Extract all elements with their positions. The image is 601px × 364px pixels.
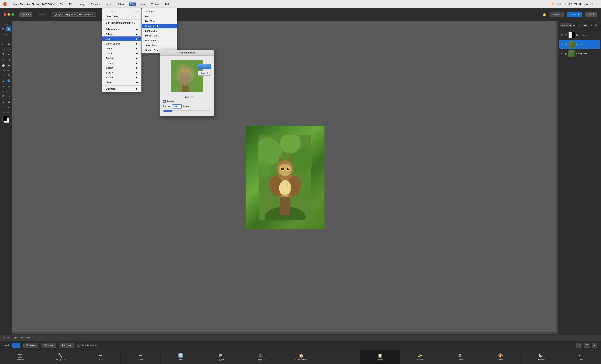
- menu-blur[interactable]: Blur ▶: [102, 37, 141, 41]
- menu-render[interactable]: Render ▶: [102, 61, 141, 65]
- print-size-button[interactable]: Print Size: [60, 343, 74, 348]
- document-tab[interactable]: _MG_4933.jpg @ 33.3% (Layer 1, RGB/8*): [52, 12, 96, 17]
- blur-gaussian[interactable]: Gaussian Blur...: [142, 24, 177, 29]
- zoom-tool[interactable]: 🔍: [1, 27, 6, 31]
- minimize-button[interactable]: [8, 13, 10, 16]
- apple-icon[interactable]: 🍎: [3, 2, 7, 6]
- brush-tool[interactable]: 🖌: [6, 51, 11, 57]
- layer-visibility-bg[interactable]: 👁: [561, 52, 563, 55]
- eye-tool[interactable]: 👁: [1, 51, 6, 57]
- panel-item-home-screen[interactable]: 🏠 Home Screen: [281, 350, 321, 364]
- expert-button[interactable]: Expert: [550, 12, 564, 17]
- menu-pixelate[interactable]: Pixelate ▶: [102, 56, 141, 61]
- panel-settings-button[interactable]: ☰: [584, 343, 590, 348]
- blur-effect-tool[interactable]: ⬤: [1, 63, 6, 68]
- open-button[interactable]: Open ▾: [19, 12, 32, 17]
- close-button[interactable]: [4, 13, 6, 16]
- menu-distort[interactable]: Distort ▶: [102, 46, 141, 51]
- help-button[interactable]: ?: [576, 343, 582, 348]
- canvas-area[interactable]: [12, 21, 558, 334]
- vertical-scrollbar[interactable]: [556, 21, 558, 332]
- menu-window[interactable]: Window: [150, 2, 161, 6]
- blur-radial[interactable]: Radial Blur...: [142, 38, 177, 43]
- panel-item-layout[interactable]: ⊞ Layout: [201, 350, 241, 364]
- panel-item-organizer[interactable]: 🗂 Organizer: [241, 350, 281, 364]
- panel-item-photo-bin[interactable]: 📷 Photo Bin: [0, 350, 40, 364]
- panel-item-redo[interactable]: ↪ Redo: [120, 350, 161, 364]
- layer-item-1[interactable]: 👁 🔗 Layer 1: [559, 40, 600, 49]
- paint-bucket-tool[interactable]: 🪣: [6, 78, 11, 83]
- scroll-all-checkbox[interactable]: [77, 344, 80, 347]
- menu-digimarc[interactable]: Digimarc ▶: [102, 86, 141, 91]
- layer-settings-button[interactable]: ⋮: [599, 23, 601, 27]
- create-button[interactable]: Create ▾: [567, 12, 582, 17]
- menu-brush-strokes[interactable]: Brush Strokes ▶: [102, 41, 141, 46]
- text-tool[interactable]: T: [1, 84, 6, 89]
- menu-enhance[interactable]: Enhance: [90, 2, 101, 6]
- layer-visibility-1[interactable]: 👁: [561, 43, 563, 46]
- menu-stylize[interactable]: Stylize ▶: [102, 70, 141, 75]
- menu-noise[interactable]: Noise ▶: [102, 51, 141, 56]
- panel-item-layers[interactable]: 📋 Layers: [360, 350, 400, 364]
- notification-icon[interactable]: 🔔: [543, 13, 546, 16]
- layer-item-bg[interactable]: 👁 🔒 Background: [559, 49, 600, 58]
- dialog-cancel-button[interactable]: Cancel: [198, 71, 211, 76]
- fit-screen-button[interactable]: Fit Screen: [23, 343, 38, 348]
- sponge-tool[interactable]: ◎: [6, 57, 11, 62]
- radius-slider[interactable]: [163, 110, 211, 112]
- share-button[interactable]: Share: [585, 12, 597, 17]
- blur-more[interactable]: Blur More: [142, 19, 177, 24]
- menu-correct-camera[interactable]: Correct Camera Distortion...: [102, 20, 141, 25]
- transform-tool[interactable]: ⟲: [1, 99, 6, 104]
- blur-blur[interactable]: Blur: [142, 14, 177, 19]
- blur-motion[interactable]: Motion Blur...: [142, 33, 177, 38]
- dialog-ok-button[interactable]: OK: [198, 64, 211, 69]
- radius-input[interactable]: [172, 104, 181, 108]
- menu-edit[interactable]: Edit: [68, 2, 74, 6]
- stamp-tool[interactable]: ⌤: [6, 105, 11, 110]
- panel-item-undo[interactable]: ↩ Undo: [80, 350, 120, 364]
- horizontal-scrollbar[interactable]: [12, 332, 558, 334]
- menu-select[interactable]: Select: [116, 2, 125, 6]
- panel-toggle-button[interactable]: ▾: [592, 343, 597, 348]
- panel-item-more[interactable]: ⋯ More: [561, 350, 601, 364]
- menu-other[interactable]: Other ▶: [102, 80, 141, 85]
- search-icon[interactable]: 🔍: [591, 3, 594, 5]
- panel-item-graphics[interactable]: 🖼 Graphics: [521, 350, 561, 364]
- menu-app-name[interactable]: Adobe Photoshop Elements 2020 Editor: [11, 2, 55, 6]
- menu-filter[interactable]: Filter: [129, 2, 136, 6]
- heal-tool[interactable]: ⌖: [1, 105, 6, 110]
- shape-tool[interactable]: ▭: [1, 78, 6, 83]
- dodge-tool[interactable]: ☼: [1, 57, 6, 62]
- siri-icon[interactable]: ☰: [596, 3, 598, 5]
- expand-icon[interactable]: ›: [33, 337, 34, 339]
- clone-tool[interactable]: ⊕: [6, 84, 11, 89]
- blur-smart[interactable]: Smart Blur...: [142, 43, 177, 48]
- layer-visibility-copy[interactable]: 👁: [561, 34, 563, 37]
- panel-item-styles[interactable]: 🎨 Styles: [481, 350, 521, 364]
- layer-mode-select[interactable]: Normal: [560, 23, 572, 27]
- redeye-tool[interactable]: ◉: [6, 99, 11, 104]
- foreground-color-swatch[interactable]: [2, 116, 7, 121]
- menu-view[interactable]: View: [140, 2, 147, 6]
- cookie-cutter-tool[interactable]: ✂: [6, 94, 11, 99]
- eraser-tool[interactable]: ⎚: [6, 73, 11, 78]
- dialog-zoom-out-button[interactable]: −: [181, 95, 183, 99]
- menu-artistic[interactable]: Artistic ▶: [102, 32, 141, 37]
- add-layer-button[interactable]: +: [590, 23, 593, 27]
- delete-layer-button[interactable]: 🗑: [594, 23, 598, 27]
- menu-file[interactable]: File: [59, 2, 64, 6]
- menu-texture[interactable]: Texture ▶: [102, 75, 141, 80]
- blur-lens[interactable]: Lens Blur...: [142, 29, 177, 33]
- menu-layer[interactable]: Layer: [105, 2, 113, 6]
- panel-item-rotate[interactable]: 🔄 Rotate: [161, 350, 201, 364]
- sharpen-tool[interactable]: ◆: [6, 63, 11, 68]
- zoom-1-1-button[interactable]: 1:1: [12, 343, 20, 348]
- panel-item-tool-options[interactable]: 🔧 Tool Options: [40, 350, 80, 364]
- move-tool[interactable]: ↔: [1, 36, 6, 41]
- fill-screen-button[interactable]: Fill Screen: [41, 343, 56, 348]
- magic-wand-tool[interactable]: ✱: [6, 42, 11, 47]
- menu-sketch[interactable]: Sketch ▶: [102, 65, 141, 70]
- crop-tool[interactable]: ⊡: [1, 94, 6, 99]
- maximize-button[interactable]: [11, 13, 14, 16]
